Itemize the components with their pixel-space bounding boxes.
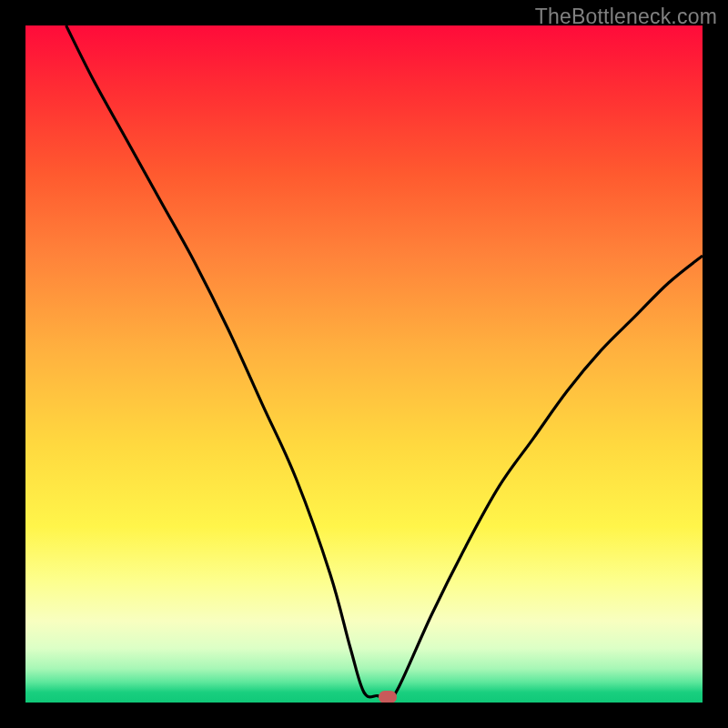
chart-frame: TheBottleneck.com [0, 0, 728, 728]
attribution-text: TheBottleneck.com [535, 5, 717, 29]
optimum-marker [379, 691, 397, 703]
plot-area [25, 25, 703, 703]
bottleneck-curve [66, 25, 703, 698]
curve-svg [25, 25, 703, 703]
